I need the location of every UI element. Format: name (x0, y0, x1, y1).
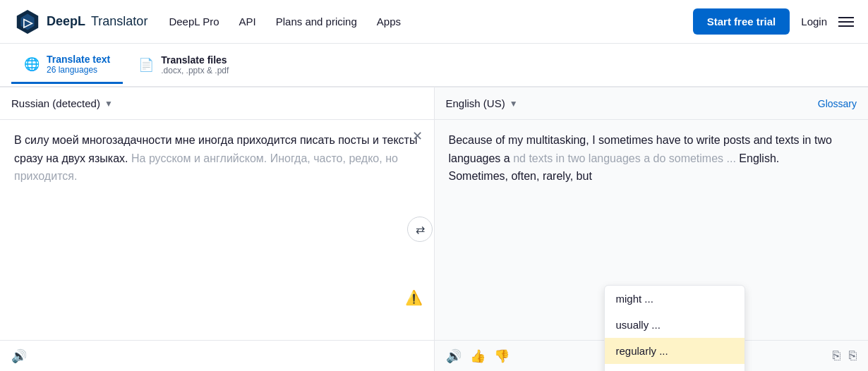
source-panel: Russian (detected) ▼ ✕ В силу моей много… (0, 87, 435, 371)
source-panel-footer: 🔊 (0, 340, 434, 371)
nav-deepl-pro[interactable]: DeepL Pro (169, 16, 219, 28)
copy-icon[interactable]: ⎘ (833, 348, 840, 363)
nav-apps[interactable]: Apps (377, 16, 401, 28)
translator-area: Russian (detected) ▼ ✕ В силу моей много… (0, 87, 868, 371)
logo-area[interactable]: ▷ DeepL Translator (14, 8, 147, 35)
source-lang-label: Russian (detected) (11, 97, 100, 109)
thumbs-down-icon[interactable]: 👎 (494, 348, 510, 364)
tabs-bar: 🌐 Translate text 26 languages 📄 Translat… (0, 44, 868, 87)
chevron-down-icon: ▼ (104, 99, 113, 109)
nav-plans[interactable]: Plans and pricing (276, 16, 357, 28)
source-panel-header: Russian (detected) ▼ (0, 87, 434, 120)
deepl-logo-icon: ▷ (14, 8, 41, 35)
logo-product: Translator (91, 14, 147, 29)
thumbs-up-icon[interactable]: 👍 (470, 348, 486, 364)
header-actions: Start free trial Login (693, 8, 854, 35)
svg-text:▷: ▷ (23, 16, 34, 29)
hamburger-menu-icon[interactable] (838, 17, 854, 27)
target-lang-selector[interactable]: English (US) ▼ (446, 97, 518, 109)
dropdown-item-usually[interactable]: usually ... (605, 312, 745, 338)
target-speaker-icon[interactable]: 🔊 (446, 348, 462, 364)
glossary-button[interactable]: Glossary (818, 98, 857, 109)
nav-api[interactable]: API (239, 16, 256, 28)
login-button[interactable]: Login (801, 16, 827, 28)
tab-files-label: Translate files (161, 54, 229, 66)
share-icon[interactable]: ⎘ (849, 348, 857, 363)
tab-text-sublabel: 26 languages (47, 65, 110, 75)
start-trial-button[interactable]: Start free trial (693, 8, 790, 35)
swap-icon: ⇄ (416, 223, 425, 236)
tab-files-sublabel: .docx, .pptx & .pdf (161, 66, 229, 75)
tab-text-label: Translate text (47, 54, 110, 65)
target-lang-label: English (US) (446, 97, 505, 109)
globe-icon: 🌐 (24, 56, 40, 72)
main-nav: DeepL Pro API Plans and pricing Apps (169, 16, 692, 28)
dropdown-item-rarely[interactable]: rarely ... (605, 364, 745, 371)
clear-text-button[interactable]: ✕ (412, 128, 423, 144)
file-icon: 📄 (138, 57, 154, 73)
source-lang-selector[interactable]: Russian (detected) ▼ (11, 97, 113, 109)
alternatives-dropdown: might ... usually ... regularly ... rare… (604, 285, 745, 371)
target-chevron-down-icon: ▼ (510, 99, 518, 109)
header: ▷ DeepL Translator DeepL Pro API Plans a… (0, 0, 868, 44)
tab-translate-files[interactable]: 📄 Translate files .docx, .pptx & .pdf (126, 46, 241, 84)
speaker-icon[interactable]: 🔊 (11, 348, 27, 364)
error-icon: ⚠️ (405, 286, 423, 309)
dropdown-item-might[interactable]: might ... (605, 286, 745, 312)
swap-languages-button[interactable]: ⇄ (407, 217, 433, 242)
target-panel: English (US) ▼ Glossary Because of my mu… (435, 87, 869, 371)
target-panel-header: English (US) ▼ Glossary (435, 87, 869, 120)
logo-brand: DeepL (47, 14, 85, 29)
dropdown-item-regularly[interactable]: regularly ... (605, 338, 745, 364)
source-text-area[interactable]: ✕ В силу моей многозадачности мне иногда… (0, 120, 434, 340)
tab-translate-text[interactable]: 🌐 Translate text 26 languages (11, 46, 123, 84)
